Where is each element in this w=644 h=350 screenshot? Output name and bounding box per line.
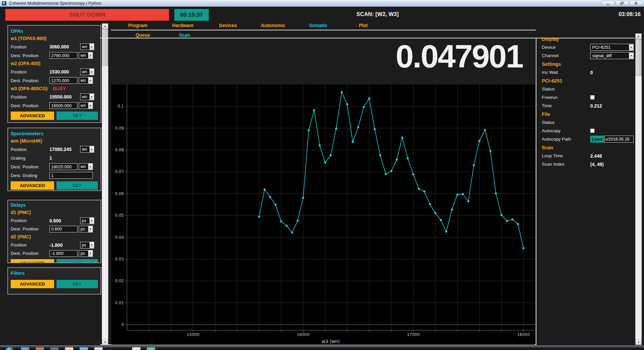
d2-position-units-select[interactable]: ps▼ (80, 242, 94, 248)
w3-dest-units-select[interactable]: wn▼ (79, 102, 93, 109)
section-header-delays: Delays (11, 201, 98, 209)
chevron-down-icon: ▼ (88, 250, 93, 256)
w1-position-units-select[interactable]: wn▼ (80, 43, 94, 50)
row-d1-position: Position 0.600 ps▼ (11, 216, 98, 225)
wm-dest-position-input[interactable] (49, 163, 77, 170)
tab-queue[interactable]: Queue (122, 32, 164, 38)
w3-busy-badge: BUSY (53, 86, 66, 91)
minimize-button[interactable] (601, 1, 615, 6)
runtime-timer: 00:15:37 (174, 9, 209, 21)
row-d1-dest: Dest. Position ps▼ (11, 225, 98, 233)
svg-text:0.07: 0.07 (115, 169, 124, 174)
d1-dest-units-select[interactable]: ps▼ (79, 226, 93, 232)
row-w2-position: Position 1530.000 wn▼ (11, 67, 98, 76)
vertical-separator (536, 38, 536, 345)
wm-dest-units-select[interactable]: wn▼ (79, 163, 93, 170)
filters-advanced-button[interactable]: ADVANCED (11, 280, 54, 288)
scan-index-value: (4, 49) (590, 162, 604, 167)
svg-text:0.1: 0.1 (118, 104, 124, 109)
line-chart: 00.010.020.030.040.050.060.070.080.090.1… (111, 84, 535, 345)
folder-icon[interactable] (65, 347, 73, 350)
app-icon (2, 1, 6, 5)
hardware-name-w2: w2 (OPA-800) (11, 60, 98, 67)
svg-text:0.08: 0.08 (115, 148, 124, 152)
tab-separator (111, 30, 536, 30)
load-button[interactable]: Load (590, 136, 604, 143)
autocopy-checkbox[interactable] (590, 129, 595, 133)
row-scan-index: Scan Index (4, 49) (542, 160, 635, 168)
opas-set-button[interactable]: SET (56, 112, 98, 120)
minimize-icon (606, 2, 610, 5)
w2-position-value: 1530.000 (49, 69, 79, 74)
w3-position-units-select[interactable]: wn▼ (80, 94, 94, 100)
app-dark-icon[interactable] (50, 347, 59, 350)
restore-icon (620, 2, 624, 5)
document-icon[interactable] (132, 347, 141, 350)
d1-position-units-select[interactable]: ps▼ (80, 217, 94, 224)
tab-devices[interactable]: Devices (205, 23, 251, 28)
chevron-down-icon: ▼ (88, 226, 93, 232)
d2-dest-units-select[interactable]: ps▼ (79, 250, 93, 257)
wm-position-units-select[interactable]: wn▼ (80, 146, 94, 153)
chevron-down-icon: ▼ (88, 103, 93, 109)
w1-dest-units-select[interactable]: wn▼ (79, 52, 93, 59)
d1-dest-position-input[interactable] (49, 226, 77, 232)
w3-dest-position-input[interactable] (49, 102, 77, 109)
d1-position-value: 0.600 (49, 218, 79, 223)
w2-position-units-select[interactable]: wn▼ (80, 68, 94, 75)
scroll-up-icon[interactable]: ▲ (635, 33, 642, 39)
scrollbar-thumb[interactable] (635, 39, 642, 76)
w2-dest-position-input[interactable] (49, 77, 77, 84)
scrollbar-thumb[interactable] (102, 29, 108, 66)
left-panel-scrollbar[interactable]: ▲ ▼ (102, 23, 108, 345)
taskbar (0, 346, 644, 350)
chevron-down-icon: ▼ (88, 77, 93, 83)
svg-text:16000: 16000 (297, 332, 309, 337)
tab-program[interactable]: Program (115, 23, 160, 28)
d2-dest-position-input[interactable] (49, 250, 77, 257)
spectrometers-advanced-button[interactable]: ADVANCED (11, 181, 54, 190)
close-button[interactable] (629, 1, 643, 6)
signal-readout: 0.047901 (327, 40, 523, 72)
restore-button[interactable] (615, 1, 629, 6)
main-tab-bar: Program Hardware Devices Autonomic Somat… (115, 23, 386, 28)
autocopy-path-input[interactable] (604, 136, 634, 143)
svg-text:0.06: 0.06 (115, 191, 124, 196)
tab-plot[interactable]: Plot (341, 23, 386, 28)
tab-autonomic[interactable]: Autonomic (251, 23, 296, 28)
hardware-name-d2: d2 (PMC) (11, 233, 98, 241)
row-w1-position: Position 3060.000 wn▼ (11, 42, 98, 51)
row-w2-dest: Dest. Position wn▼ (11, 76, 98, 85)
svg-text:0.05: 0.05 (115, 213, 124, 218)
scroll-down-icon[interactable]: ▼ (635, 339, 642, 345)
w1-dest-position-input[interactable] (49, 52, 77, 59)
delays-set-button[interactable]: SET (56, 259, 98, 263)
delays-advanced-button[interactable]: ADVANCED (11, 259, 54, 263)
panel-filters: Filters ADVANCED SET (7, 267, 101, 295)
windows-start-icon[interactable] (5, 347, 14, 350)
tab-scan[interactable]: Scan (164, 32, 205, 38)
scroll-up-icon[interactable]: ▲ (102, 23, 108, 29)
tab-somatic[interactable]: Somatic (296, 23, 341, 28)
browser-icon[interactable] (21, 347, 29, 350)
device-select[interactable]: PCI-6251▼ (590, 44, 634, 51)
row-w3-position: Position 15550.000 wn▼ (11, 93, 98, 101)
w2-dest-units-select[interactable]: wn▼ (79, 77, 93, 84)
freerun-checkbox[interactable] (590, 95, 595, 100)
app-teal-icon[interactable] (147, 347, 155, 350)
panel-delays: Delays d1 (PMC) Position 0.600 ps▼ Dest.… (7, 200, 101, 263)
scan-plot[interactable]: 00.010.020.030.040.050.060.070.080.090.1… (111, 84, 535, 345)
wm-position-value: 17080.245 (49, 147, 79, 152)
filters-set-button[interactable]: SET (56, 280, 98, 288)
opas-advanced-button[interactable]: ADVANCED (11, 112, 54, 120)
app-blue-icon[interactable] (79, 347, 88, 350)
title-bar: Coherent Multidimensional Spectroscopy |… (0, 0, 644, 7)
channel-select[interactable]: signal_diff▼ (590, 52, 634, 59)
wm-dest-grating-input[interactable] (49, 172, 93, 179)
tab-hardware[interactable]: Hardware (160, 23, 205, 28)
app-gray-icon[interactable] (94, 347, 103, 350)
shutdown-button[interactable]: SHUT DOWN (5, 9, 169, 21)
spectrometers-set-button[interactable]: SET (56, 181, 98, 190)
main-scrollbar[interactable]: ▲ ▼ (635, 33, 642, 345)
app-red-icon[interactable] (35, 347, 44, 350)
